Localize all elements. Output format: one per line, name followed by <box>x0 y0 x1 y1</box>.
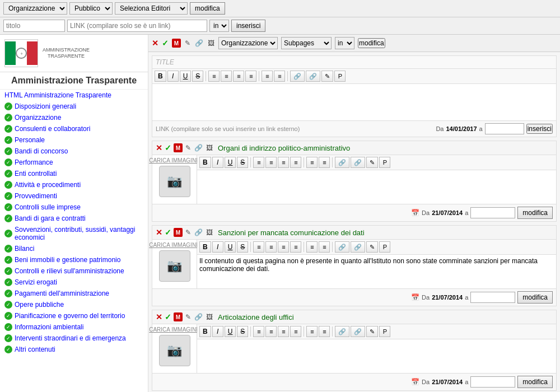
sidebar-item-enti[interactable]: ✓ Enti controllati <box>0 168 148 179</box>
sidebar-item-consulenti[interactable]: ✓ Consulenti e collaboratori <box>0 123 148 134</box>
delete-icon-organi[interactable]: ✕ <box>156 143 162 152</box>
editor-btn-link[interactable]: 🔗 <box>290 71 305 82</box>
organi-btn-link[interactable]: 🔗 <box>335 157 349 168</box>
organi-btn-p[interactable]: P <box>379 157 390 168</box>
delete-icon-header[interactable]: ✕ <box>152 39 158 48</box>
modifica-button-header[interactable]: modifica <box>358 38 385 48</box>
editor-btn-align-right[interactable]: ≡ <box>233 71 244 82</box>
articolazione-btn-ind[interactable]: ≡ <box>306 326 318 337</box>
editor-btn-p[interactable]: P <box>334 71 346 82</box>
editor-btn-align-left[interactable]: ≡ <box>208 71 220 82</box>
editor-btn-outdent[interactable]: ≡ <box>274 71 285 82</box>
subpages-select-header[interactable]: Subpages <box>281 37 332 49</box>
sidebar-item-sovvenzioni[interactable]: ✓ Sovvenzioni, contributi, sussidi, vant… <box>0 224 148 243</box>
articolazione-btn-u[interactable]: U <box>225 326 236 337</box>
sidebar-item-performance[interactable]: ✓ Performance <box>0 157 148 168</box>
sanzioni-btn-src[interactable]: ✎ <box>366 241 378 253</box>
sidebar-item-attivita[interactable]: ✓ Attività e procedimenti <box>0 179 148 190</box>
articolazione-btn-aj[interactable]: ≡ <box>290 326 301 337</box>
sidebar-item-bandi-gara[interactable]: ✓ Bandi di gara e contratti <box>0 213 148 224</box>
articolazione-btn-al[interactable]: ≡ <box>253 326 264 337</box>
m-icon-articolazione[interactable]: M <box>174 312 183 321</box>
sanzioni-btn-b[interactable]: B <box>199 241 211 253</box>
organi-btn-src[interactable]: ✎ <box>366 157 378 168</box>
sanzioni-btn-link[interactable]: 🔗 <box>335 241 349 253</box>
sidebar-item-disposizioni[interactable]: ✓ Disposizioni generali <box>0 101 148 112</box>
articolazione-btn-b[interactable]: B <box>199 326 211 337</box>
confirm-icon-sanzioni[interactable]: ✓ <box>165 228 171 237</box>
articolazione-btn-link[interactable]: 🔗 <box>335 326 349 337</box>
articolazione-btn-ac[interactable]: ≡ <box>265 326 277 337</box>
sidebar-item-beni-immobili[interactable]: ✓ Beni immobili e gestione patrimonio <box>0 254 148 265</box>
sanzioni-btn-out[interactable]: ≡ <box>319 241 330 253</box>
sanzioni-btn-p[interactable]: P <box>379 241 390 253</box>
sanzioni-btn-ac[interactable]: ≡ <box>265 241 277 253</box>
editor-btn-b[interactable]: B <box>155 71 166 82</box>
carica-immagine-btn-sanzioni[interactable]: CARICA IMMAGINE <box>149 242 200 248</box>
m-icon-sanzioni[interactable]: M <box>174 228 183 237</box>
sidebar-item-pagamenti[interactable]: ✓ Pagamenti dell'amministrazione <box>0 288 148 299</box>
title-editor-area[interactable] <box>152 84 556 120</box>
sanzioni-btn-u[interactable]: U <box>225 241 236 253</box>
sidebar-item-altri[interactable]: ✓ Altri contenuti <box>0 344 148 355</box>
image-icon-organi[interactable]: 🖼 <box>206 144 213 152</box>
articolazione-btn-out[interactable]: ≡ <box>319 326 330 337</box>
sanzioni-btn-ind[interactable]: ≡ <box>306 241 318 253</box>
titolo-input[interactable] <box>3 20 65 32</box>
edit-icon-header[interactable]: ✎ <box>184 39 191 47</box>
delete-icon-articolazione[interactable]: ✕ <box>156 312 162 321</box>
modifica-btn-organi[interactable]: modifica <box>517 207 553 219</box>
in-select-header[interactable]: in <box>335 37 354 49</box>
editor-btn-indent[interactable]: ≡ <box>262 71 273 82</box>
sidebar-item-bandi-concorso[interactable]: ✓ Bandi di concorso <box>0 146 148 157</box>
editori-select[interactable]: Seleziona Editori <box>115 2 188 15</box>
delete-icon-sanzioni[interactable]: ✕ <box>156 228 162 237</box>
link-icon-sanzioni[interactable]: 🔗 <box>194 228 203 236</box>
organi-btn-al[interactable]: ≡ <box>253 157 264 168</box>
organizzazione-select[interactable]: Organizzazione <box>3 2 67 15</box>
cal-icon-sanzioni[interactable]: 📅 <box>411 293 419 301</box>
articolazione-btn-i[interactable]: I <box>212 326 223 337</box>
edit-icon-organi[interactable]: ✎ <box>185 144 192 152</box>
link-input-top[interactable] <box>67 20 207 32</box>
editor-btn-align-center[interactable]: ≡ <box>221 71 232 82</box>
in-select-top[interactable]: in <box>209 20 229 32</box>
editor-btn-justify[interactable]: ≡ <box>245 71 256 82</box>
m-icon-organi[interactable]: M <box>174 143 183 152</box>
a-input-top[interactable] <box>485 123 524 134</box>
sanzioni-btn-i[interactable]: I <box>212 241 223 253</box>
sanzioni-btn-al[interactable]: ≡ <box>253 241 264 253</box>
modifica-button-top[interactable]: modifica <box>190 2 225 15</box>
edit-icon-articolazione[interactable]: ✎ <box>185 313 192 321</box>
sidebar-item-servizi[interactable]: ✓ Servizi erogati <box>0 277 148 288</box>
edit-icon-sanzioni[interactable]: ✎ <box>185 228 192 236</box>
editor-btn-u[interactable]: U <box>180 71 192 82</box>
cal-icon-organi[interactable]: 📅 <box>411 209 419 217</box>
image-icon-sanzioni[interactable]: 🖼 <box>206 228 213 236</box>
organi-editor-area[interactable] <box>197 170 556 204</box>
sidebar-item-controlli-imprese[interactable]: ✓ Controlli sulle imprese <box>0 202 148 213</box>
confirm-icon-header[interactable]: ✓ <box>162 39 169 48</box>
organi-btn-u[interactable]: U <box>225 157 236 168</box>
sidebar-item-organizzazione[interactable]: ✓ Organizzazione <box>0 112 148 123</box>
organi-btn-s[interactable]: S <box>237 157 248 168</box>
sidebar-item-html[interactable]: HTML Amministrazione Trasparente <box>0 90 148 101</box>
m-icon-header[interactable]: M <box>172 39 181 48</box>
sanzioni-btn-aj[interactable]: ≡ <box>290 241 301 253</box>
articolazione-btn-s[interactable]: S <box>237 326 248 337</box>
a-input-organi[interactable] <box>470 207 515 218</box>
image-icon-header[interactable]: 🖼 <box>207 39 215 47</box>
editor-btn-source[interactable]: ✎ <box>321 71 333 82</box>
articolazione-editor-area[interactable] <box>197 339 556 373</box>
modifica-btn-sanzioni[interactable]: modifica <box>517 291 553 304</box>
link-icon-organi[interactable]: 🔗 <box>194 144 203 152</box>
editor-btn-i[interactable]: I <box>167 71 179 82</box>
carica-immagine-btn-articolazione[interactable]: CARICA IMMAGINE <box>149 326 200 333</box>
sidebar-item-pianificazione[interactable]: ✓ Pianificazione e governo del territori… <box>0 310 148 321</box>
organi-btn-ind[interactable]: ≡ <box>306 157 318 168</box>
sanzioni-btn-unlink[interactable]: 🔗 <box>351 241 365 253</box>
organi-btn-i[interactable]: I <box>212 157 223 168</box>
sanzioni-btn-s[interactable]: S <box>237 241 248 253</box>
articolazione-btn-ar[interactable]: ≡ <box>278 326 289 337</box>
link-icon-header[interactable]: 🔗 <box>194 39 204 47</box>
